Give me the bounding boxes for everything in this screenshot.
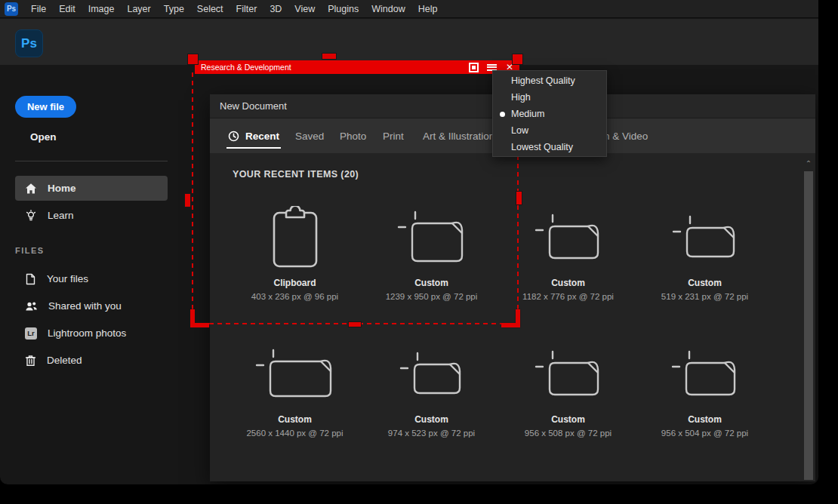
menu-type[interactable]: Type: [164, 4, 184, 14]
doc-dims: 403 x 236 px @ 96 ppi: [251, 292, 338, 301]
recent-item-custom[interactable]: Custom 1182 x 776 px @ 72 ppi: [500, 198, 636, 301]
sidebar-item-lightroom[interactable]: Lr Lightroom photos: [15, 321, 168, 346]
capture-border-left: [192, 72, 193, 324]
recent-item-custom[interactable]: Custom 974 x 523 px @ 72 ppi: [363, 334, 500, 438]
capture-title: Research & Development: [201, 63, 469, 72]
recent-item-custom[interactable]: Custom 2560 x 1440 px @ 72 ppi: [226, 334, 363, 438]
capture-titlebar[interactable]: Research & Development ✕: [195, 60, 519, 74]
tab-label: Print: [383, 131, 404, 142]
tab-label: Art & Illustration: [423, 131, 494, 142]
sidebar-item-label: Your files: [47, 273, 88, 284]
menu-item-low[interactable]: Low: [493, 122, 606, 139]
menu-item-highest-quality[interactable]: Highest Quality: [493, 72, 606, 89]
file-icon: [25, 273, 36, 285]
clock-icon: [228, 131, 239, 142]
doc-name: Custom: [688, 414, 722, 425]
lightroom-icon: Lr: [25, 327, 37, 340]
new-file-button[interactable]: New file: [15, 96, 76, 118]
selected-bullet-icon: [500, 112, 505, 117]
tab-label: Recent: [245, 131, 279, 142]
sidebar-item-learn[interactable]: Learn: [15, 203, 168, 228]
doc-name: Custom: [551, 278, 585, 288]
menu-edit[interactable]: Edit: [59, 4, 75, 14]
custom-doc-icon: [670, 334, 741, 413]
resize-handle-bottom-right[interactable]: [501, 309, 520, 327]
menu-view[interactable]: View: [294, 4, 315, 14]
tab-art-illustration[interactable]: Art & Illustration: [423, 118, 494, 153]
sidebar-item-your-files[interactable]: Your files: [15, 266, 168, 291]
tab-print[interactable]: Print: [383, 118, 404, 153]
doc-name: Custom: [278, 414, 312, 425]
tab-label: Saved: [295, 131, 324, 142]
sidebar-item-shared[interactable]: Shared with you: [15, 293, 168, 318]
doc-dims: 2560 x 1440 px @ 72 ppi: [246, 429, 343, 438]
tab-recent[interactable]: Recent: [228, 118, 279, 153]
dialog-scrollbar[interactable]: ⌃: [803, 156, 814, 480]
doc-dims: 1239 x 950 px @ 72 ppi: [386, 292, 478, 301]
home-icon: [25, 183, 37, 195]
recent-item-custom[interactable]: Custom 1239 x 950 px @ 72 ppi: [363, 198, 500, 301]
files-section-header: FILES: [15, 246, 45, 255]
recent-item-custom[interactable]: Custom 956 x 508 px @ 72 ppi: [500, 334, 636, 438]
sidebar-item-label: Deleted: [47, 355, 82, 366]
menu-layer[interactable]: Layer: [127, 4, 150, 14]
tab-photo[interactable]: Photo: [340, 118, 366, 153]
recent-items-row-1: Clipboard 403 x 236 px @ 96 ppi Custom 1…: [226, 198, 773, 301]
custom-doc-icon: [398, 334, 466, 413]
doc-name: Custom: [414, 278, 448, 288]
resize-handle-top-right[interactable]: [513, 54, 522, 64]
menu-select[interactable]: Select: [197, 4, 223, 14]
recent-item-custom[interactable]: Custom 956 x 504 px @ 72 ppi: [636, 334, 773, 438]
scrollbar-thumb[interactable]: [804, 171, 813, 480]
tab-label: Photo: [340, 131, 366, 142]
menu-window[interactable]: Window: [371, 4, 405, 14]
doc-dims: 1182 x 776 px @ 72 ppi: [522, 292, 614, 301]
sidebar-item-deleted[interactable]: Deleted: [15, 348, 168, 373]
doc-dims: 956 x 504 px @ 72 ppi: [661, 429, 748, 438]
doc-name: Clipboard: [274, 278, 316, 288]
resize-handle-bottom-left[interactable]: [190, 309, 209, 327]
menu-bar: Ps File Edit Image Layer Type Select Fil…: [0, 0, 818, 18]
recent-item-clipboard[interactable]: Clipboard 403 x 236 px @ 96 ppi: [226, 198, 363, 301]
section-title: YOUR RECENT ITEMS (20): [233, 169, 359, 180]
resize-handle-mid-left[interactable]: [185, 194, 190, 207]
menu-filter[interactable]: Filter: [236, 4, 257, 14]
open-button[interactable]: Open: [30, 131, 57, 143]
doc-name: Custom: [688, 278, 722, 288]
recent-items-row-2: Custom 2560 x 1440 px @ 72 ppi Custom 97…: [226, 334, 773, 438]
menu-plugins[interactable]: Plugins: [328, 4, 359, 14]
menu-item-high[interactable]: High: [493, 89, 606, 106]
sidebar-item-home[interactable]: Home: [15, 176, 168, 201]
clipboard-icon: [273, 198, 318, 276]
lightbulb-icon: [25, 210, 37, 222]
menu-file[interactable]: File: [31, 4, 46, 14]
custom-doc-icon: [254, 334, 337, 413]
resize-handle-top-middle[interactable]: [322, 54, 336, 59]
doc-dims: 519 x 231 px @ 72 ppi: [661, 292, 748, 301]
menu-3d[interactable]: 3D: [270, 4, 282, 14]
menu-image[interactable]: Image: [88, 4, 115, 14]
menu-item-medium[interactable]: Medium: [493, 106, 606, 122]
stop-record-icon[interactable]: [469, 63, 479, 72]
resize-handle-mid-right[interactable]: [516, 192, 522, 204]
sidebar-item-label: Home: [48, 183, 76, 194]
photoshop-logo: Ps: [15, 29, 43, 57]
menu-item-lowest-quality[interactable]: Lowest Quality: [493, 139, 606, 155]
menu-item-label: Lowest Quality: [511, 142, 573, 152]
resize-handle-bottom-middle[interactable]: [349, 322, 361, 327]
menu-help[interactable]: Help: [418, 4, 438, 14]
tab-saved[interactable]: Saved: [295, 118, 324, 153]
menu-item-label: Medium: [511, 109, 544, 119]
scroll-up-arrow[interactable]: ⌃: [803, 158, 814, 170]
menu-item-label: High: [511, 92, 531, 103]
doc-dims: 956 x 508 px @ 72 ppi: [525, 429, 612, 438]
resize-handle-top-left[interactable]: [188, 54, 198, 64]
recent-item-custom[interactable]: Custom 519 x 231 px @ 72 ppi: [636, 198, 773, 301]
ps-app-icon: Ps: [5, 2, 18, 16]
doc-name: Custom: [414, 414, 448, 425]
trash-icon: [25, 355, 36, 367]
dialog-title: New Document: [220, 100, 287, 112]
quality-dropdown-menu: Highest Quality High Medium Low Lowest Q…: [492, 70, 607, 157]
custom-doc-icon: [533, 334, 604, 413]
header-strip: Ps: [0, 19, 818, 65]
